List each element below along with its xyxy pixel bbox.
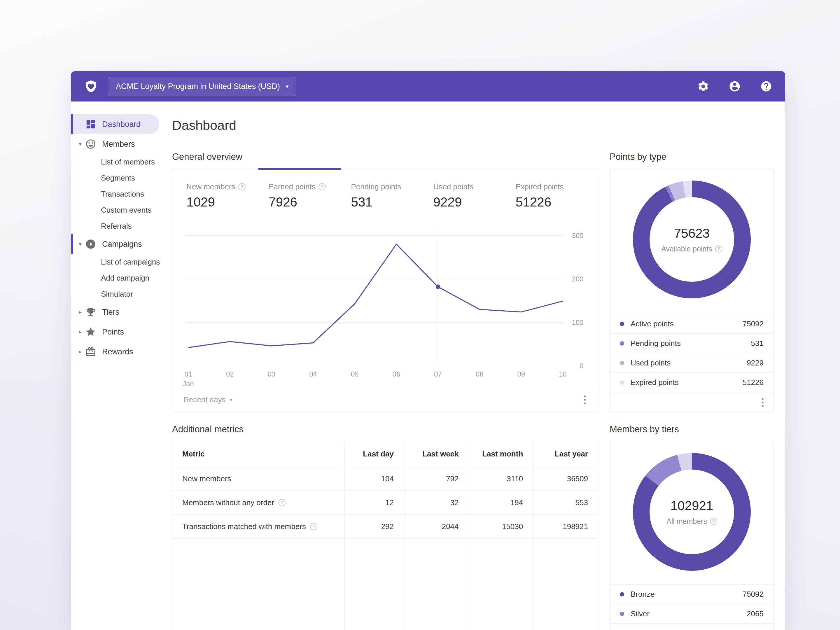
metric-value: 104: [344, 467, 404, 491]
help-icon: [760, 80, 772, 92]
svg-text:0: 0: [579, 362, 583, 370]
stat-value: 51226: [516, 195, 598, 209]
all-members-label: All members: [666, 517, 707, 526]
overview-card-footer: Recent days ▾: [172, 387, 598, 412]
metric-value: 3110: [469, 467, 533, 491]
points-donut-center: 75623 Available points: [633, 180, 751, 298]
metric-value: 2044: [404, 515, 469, 538]
svg-text:04: 04: [309, 370, 317, 378]
chevron-right-icon[interactable]: ▸: [75, 329, 85, 335]
info-icon[interactable]: [710, 518, 717, 525]
campaigns-icon: [85, 238, 96, 249]
stat-earned-points[interactable]: Earned points 7926: [268, 182, 351, 209]
info-icon[interactable]: [238, 183, 246, 191]
sidebar-item-label: Rewards: [102, 347, 133, 357]
stat-used-points[interactable]: Used points 9229: [433, 182, 516, 209]
legend-value: 531: [751, 339, 764, 348]
sidebar-item-referrals[interactable]: Referrals: [71, 218, 172, 234]
chevron-down-icon[interactable]: ▾: [75, 141, 85, 147]
svg-text:300: 300: [572, 232, 583, 240]
info-icon[interactable]: [310, 523, 317, 530]
stat-label: Expired points: [516, 182, 564, 191]
legend-label: Pending points: [631, 339, 751, 348]
overview-stats: New members 1029 Earned points 7926 Pend…: [172, 169, 598, 209]
sidebar-item-label: Points: [102, 328, 124, 336]
chevron-down-icon: ▾: [286, 84, 289, 89]
legend-row-gold[interactable]: Gold 500: [610, 623, 774, 630]
stat-expired-points[interactable]: Expired points 51226: [516, 182, 598, 209]
settings-button[interactable]: [697, 80, 709, 92]
sidebar-item-label: Tiers: [102, 308, 119, 317]
program-selector[interactable]: ACME Loyalty Program in United States (U…: [108, 77, 296, 96]
legend-dot: [620, 592, 624, 597]
sidebar-item-simulator[interactable]: Simulator: [71, 286, 172, 302]
column-divider: [534, 441, 534, 630]
legend-row-active-points[interactable]: Active points 75092: [610, 314, 774, 333]
legend-label: Active points: [631, 319, 742, 328]
sidebar-item-members[interactable]: ▾ Members: [71, 134, 172, 154]
column-divider: [404, 441, 404, 630]
legend-row-used-points[interactable]: Used points 9229: [610, 353, 774, 373]
sidebar-item-rewards[interactable]: ▸ Rewards: [71, 342, 172, 362]
help-button[interactable]: [760, 80, 772, 92]
stat-pending-points[interactable]: Pending points 531: [351, 182, 433, 209]
info-icon[interactable]: [278, 499, 286, 506]
svg-text:09: 09: [518, 370, 525, 378]
metric-value: 292: [344, 515, 404, 538]
chevron-down-icon[interactable]: ▾: [75, 241, 85, 247]
legend-row-silver[interactable]: Silver 2065: [610, 604, 774, 623]
metric-value: 12: [344, 491, 404, 515]
metric-value: 194: [469, 491, 533, 515]
date-range-selector[interactable]: Recent days ▾: [182, 395, 234, 404]
legend-row-expired-points[interactable]: Expired points 51226: [610, 373, 774, 392]
account-button[interactable]: [729, 80, 741, 92]
svg-text:08: 08: [476, 370, 483, 378]
overview-heading: General overview: [172, 152, 598, 162]
metric-value: 792: [404, 467, 469, 491]
app-logo[interactable]: [84, 79, 98, 93]
legend-value: 9229: [747, 358, 764, 368]
user-icon: [729, 80, 741, 92]
sidebar-item-segments[interactable]: Segments: [71, 170, 172, 186]
chevron-right-icon[interactable]: ▸: [75, 309, 85, 315]
legend-row-bronze[interactable]: Bronze 75092: [610, 584, 774, 604]
sidebar-item-custom-events[interactable]: Custom events: [71, 202, 172, 218]
points-menu-button[interactable]: [759, 396, 766, 409]
sidebar-item-dashboard[interactable]: Dashboard: [71, 114, 159, 134]
sidebar-item-transactions[interactable]: Transactions: [71, 186, 172, 202]
points-donut-wrap: 75623 Available points: [610, 169, 774, 314]
tiers-donut-wrap: 102921 All members: [610, 441, 774, 584]
sidebar-item-tiers[interactable]: ▸ Tiers: [71, 302, 172, 322]
sidebar-item-list-of-campaigns[interactable]: List of campaigns: [71, 254, 172, 270]
svg-text:200: 200: [572, 275, 583, 283]
info-icon[interactable]: [319, 183, 326, 191]
legend-dot: [620, 612, 624, 616]
gift-icon: [85, 346, 96, 357]
legend-dot: [620, 341, 624, 346]
stat-label: Pending points: [351, 182, 401, 191]
sidebar-item-campaigns[interactable]: ▾ Campaigns: [71, 234, 172, 254]
sidebar-item-list-of-members[interactable]: List of members: [71, 154, 172, 170]
column-header: Last year: [533, 441, 598, 467]
info-icon[interactable]: [715, 245, 722, 253]
svg-text:10: 10: [559, 370, 567, 378]
members-by-tiers-card: 102921 All members Bronze 75092: [609, 441, 774, 630]
metric-label: Transactions matched with members: [182, 522, 306, 531]
legend-dot: [620, 361, 624, 365]
legend-dot: [620, 381, 624, 385]
sidebar-item-label: Dashboard: [102, 120, 141, 129]
legend-row-pending-points[interactable]: Pending points 531: [610, 333, 774, 353]
sidebar-item-add-campaign[interactable]: Add campaign: [71, 270, 172, 286]
overview-menu-button[interactable]: [581, 393, 589, 407]
members-icon: [85, 139, 96, 150]
stat-label: New members: [186, 182, 235, 191]
legend-label: Gold: [631, 629, 751, 630]
chevron-right-icon[interactable]: ▸: [75, 349, 85, 355]
svg-text:05: 05: [351, 370, 359, 378]
metric-value: 553: [533, 491, 598, 515]
stat-new-members[interactable]: New members 1029: [186, 182, 268, 209]
dashboard-icon: [85, 119, 96, 130]
metric-value: 32: [404, 491, 469, 515]
column-header: Metric: [172, 441, 344, 467]
sidebar-item-points[interactable]: ▸ Points: [71, 322, 172, 342]
